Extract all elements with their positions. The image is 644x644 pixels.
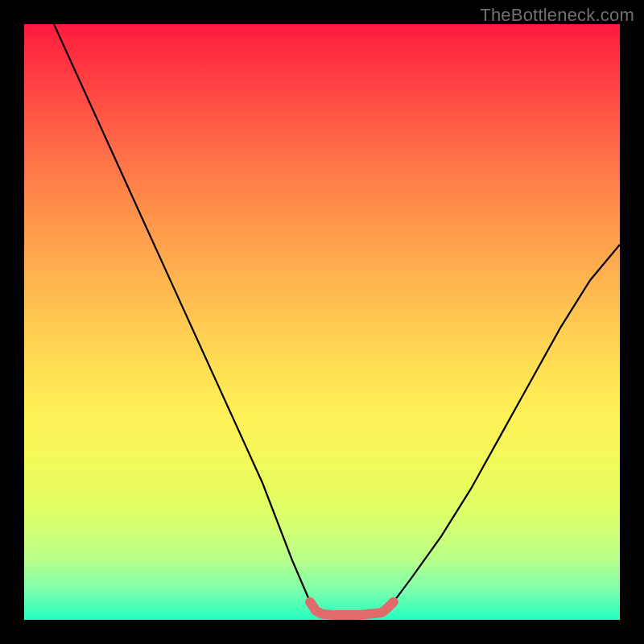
plot-area [24,24,620,620]
left-curve [54,24,322,614]
watermark-text: TheBottleneck.com [480,5,634,26]
bottom-segment [310,602,394,615]
curves-svg [24,24,620,620]
chart-frame: TheBottleneck.com [0,0,644,644]
right-curve [382,245,620,614]
